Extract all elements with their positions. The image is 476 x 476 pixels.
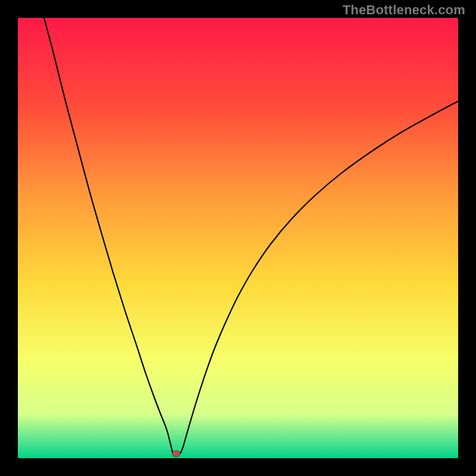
plot-area: [18, 18, 458, 458]
chart-frame: TheBottleneck.com: [0, 0, 476, 476]
gradient-background: [18, 18, 458, 458]
watermark: TheBottleneck.com: [343, 2, 465, 18]
chart-svg: [18, 18, 458, 458]
